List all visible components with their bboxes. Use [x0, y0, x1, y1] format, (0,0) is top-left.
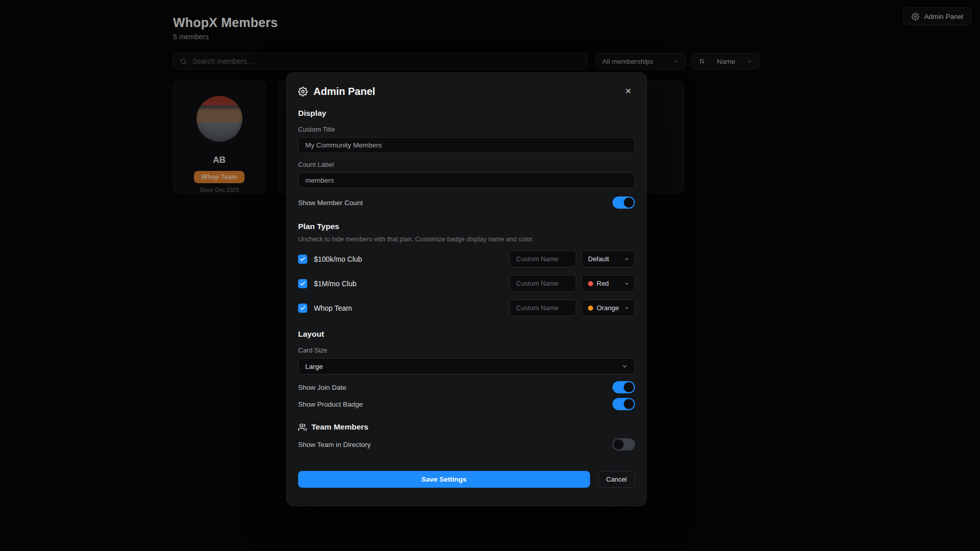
show-team-in-directory-toggle[interactable] [612, 438, 635, 450]
chevron-down-icon [624, 281, 629, 286]
plan-types-section-heading: Plan Types [298, 222, 635, 231]
plan-types-description: Uncheck to hide members with that plan. … [298, 236, 635, 243]
plan-row: Whop Team Orange [298, 299, 635, 316]
show-team-in-directory-label: Show Team in Directory [298, 441, 371, 448]
card-size-label: Card Size [298, 346, 635, 354]
show-product-badge-label: Show Product Badge [298, 400, 363, 408]
plan-row: $100k/mo Club Default [298, 251, 635, 267]
plan-custom-name-input[interactable] [509, 251, 576, 267]
save-settings-button[interactable]: Save Settings [298, 471, 590, 488]
modal-header: Admin Panel × [298, 84, 635, 98]
card-size-value: Large [305, 363, 323, 370]
plan-custom-name-input[interactable] [509, 275, 576, 292]
plan-checkbox[interactable] [298, 279, 307, 288]
plan-label: $100k/mo Club [314, 255, 362, 263]
modal-title: Admin Panel [313, 86, 375, 97]
check-icon [300, 305, 306, 311]
card-size-select[interactable]: Large [298, 358, 635, 374]
color-dot [588, 281, 593, 286]
plan-checkbox[interactable] [298, 255, 307, 264]
toggle-knob [614, 439, 624, 449]
plan-checkbox[interactable] [298, 304, 307, 313]
show-join-date-label: Show Join Date [298, 384, 347, 391]
plan-row: $1M/mo Club Red [298, 275, 635, 292]
chevron-down-icon [624, 306, 629, 311]
plan-color-select[interactable]: Orange [581, 299, 635, 316]
users-icon [298, 423, 307, 432]
plan-color-select[interactable]: Red [581, 275, 635, 292]
show-member-count-label: Show Member Count [298, 199, 363, 207]
show-product-badge-toggle[interactable] [612, 398, 635, 410]
display-section-heading: Display [298, 109, 635, 118]
toggle-knob [624, 399, 634, 409]
custom-title-label: Custom Title [298, 126, 635, 133]
toggle-knob [624, 382, 634, 392]
plan-color-value: Red [597, 280, 609, 287]
plan-label: Whop Team [314, 304, 352, 312]
plan-custom-name-input[interactable] [509, 299, 576, 316]
cancel-button[interactable]: Cancel [598, 471, 635, 488]
team-members-section-heading: Team Members [298, 422, 635, 432]
gear-icon [298, 87, 308, 96]
modal-footer: Save Settings Cancel [298, 471, 635, 488]
check-icon [300, 281, 306, 287]
plan-label: $1M/mo Club [314, 280, 356, 288]
plan-color-value: Default [588, 255, 609, 263]
plan-color-select[interactable]: Default [581, 251, 635, 267]
show-member-count-toggle[interactable] [612, 196, 635, 209]
show-join-date-toggle[interactable] [612, 381, 635, 393]
plan-color-value: Orange [597, 304, 619, 312]
check-icon [300, 256, 306, 262]
chevron-down-icon [624, 257, 629, 262]
team-members-heading-label: Team Members [311, 422, 369, 432]
chevron-down-icon [622, 363, 628, 369]
toggle-knob [624, 197, 634, 208]
color-dot [588, 306, 593, 311]
close-icon[interactable]: × [622, 84, 635, 97]
layout-section-heading: Layout [298, 330, 635, 339]
admin-panel-modal: Admin Panel × Display Custom Title Count… [286, 72, 647, 506]
count-label-label: Count Label [298, 161, 635, 168]
count-label-input[interactable] [298, 172, 635, 188]
custom-title-input[interactable] [298, 137, 635, 153]
